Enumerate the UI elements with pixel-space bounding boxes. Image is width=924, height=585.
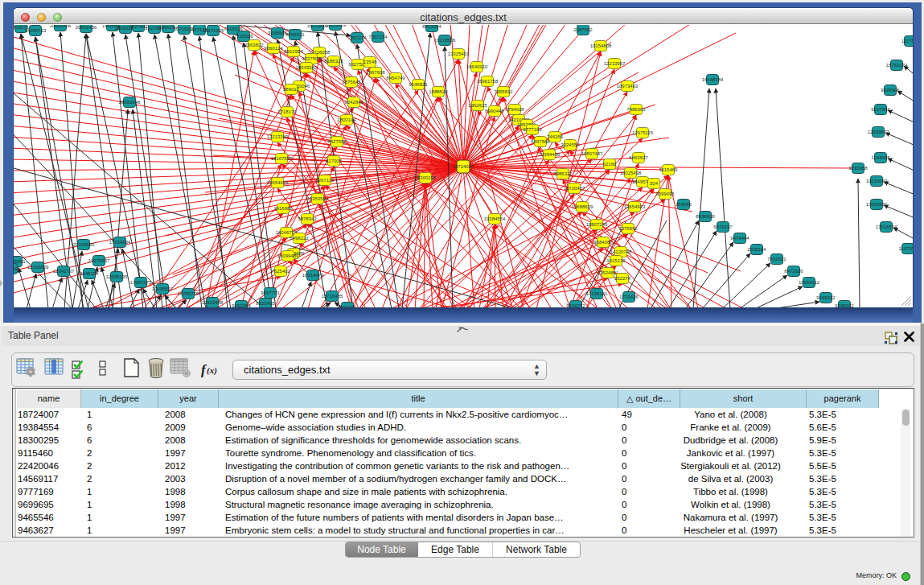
svg-text:3215958: 3215958 <box>848 166 868 171</box>
svg-text:17359934: 17359934 <box>109 240 131 245</box>
svg-text:6463627: 6463627 <box>629 155 648 160</box>
svg-text:18807249: 18807249 <box>586 222 608 227</box>
svg-text:2087682: 2087682 <box>573 27 593 32</box>
svg-text:14136141: 14136141 <box>586 291 608 296</box>
svg-text:9245012: 9245012 <box>816 295 836 300</box>
svg-text:17016504: 17016504 <box>876 225 897 229</box>
svg-text:15751074: 15751074 <box>886 63 908 68</box>
svg-text:8990448: 8990448 <box>485 109 504 113</box>
svg-text:1362625: 1362625 <box>468 103 487 108</box>
svg-text:2718170: 2718170 <box>277 109 297 114</box>
svg-text:12093872: 12093872 <box>868 130 889 134</box>
svg-text:7515526: 7515526 <box>234 34 253 39</box>
svg-text:16782759: 16782759 <box>178 291 199 296</box>
svg-text:11353594: 11353594 <box>307 196 329 201</box>
svg-text:62166: 62166 <box>603 162 617 167</box>
svg-text:12505135: 12505135 <box>106 274 128 279</box>
svg-text:9134772: 9134772 <box>566 303 585 307</box>
svg-text:164095: 164095 <box>676 202 692 207</box>
svg-text:16914479: 16914479 <box>302 273 324 278</box>
svg-text:12213967: 12213967 <box>604 61 626 66</box>
svg-text:1916682: 1916682 <box>273 206 293 211</box>
svg-text:20691406: 20691406 <box>50 25 72 28</box>
svg-text:19975857: 19975857 <box>88 258 110 263</box>
svg-text:19384554: 19384554 <box>484 216 506 221</box>
svg-text:8454749: 8454749 <box>386 76 405 80</box>
svg-text:9327509: 9327509 <box>302 56 321 61</box>
svg-text:14055713: 14055713 <box>25 28 47 33</box>
svg-text:7663822: 7663822 <box>244 43 264 47</box>
svg-text:18724007: 18724007 <box>453 164 474 169</box>
svg-text:1588520: 1588520 <box>429 89 448 94</box>
svg-text:18300295: 18300295 <box>415 175 437 180</box>
svg-text:12156829: 12156829 <box>27 265 49 270</box>
svg-text:252274: 252274 <box>614 276 631 281</box>
svg-text:7357274: 7357274 <box>347 35 367 40</box>
svg-text:16961758: 16961758 <box>477 79 499 84</box>
svg-text:10807487: 10807487 <box>581 151 603 156</box>
svg-text:10688609: 10688609 <box>572 204 593 209</box>
svg-text:1733426: 1733426 <box>619 295 639 299</box>
svg-text:10154808: 10154808 <box>590 43 612 48</box>
svg-text:8123405: 8123405 <box>256 301 275 306</box>
svg-text:6879197: 6879197 <box>713 225 733 229</box>
svg-text:17692971: 17692971 <box>866 202 888 207</box>
svg-text:7986322: 7986322 <box>553 171 573 176</box>
svg-text:3267130: 3267130 <box>315 178 335 183</box>
svg-text:9152384: 9152384 <box>232 303 251 307</box>
svg-text:5498222: 5498222 <box>290 236 309 241</box>
svg-text:1117533: 1117533 <box>901 39 913 43</box>
svg-text:10654112: 10654112 <box>799 280 820 285</box>
svg-text:7625402: 7625402 <box>271 269 290 274</box>
svg-text:7955812: 7955812 <box>494 89 513 94</box>
svg-text:9115460: 9115460 <box>659 167 679 172</box>
svg-text:8186323: 8186323 <box>324 59 343 64</box>
svg-text:9660124: 9660124 <box>264 46 283 51</box>
svg-text:14120748: 14120748 <box>610 249 632 254</box>
svg-text:16543382: 16543382 <box>296 65 318 70</box>
svg-text:5878342: 5878342 <box>298 216 317 221</box>
svg-text:8912001: 8912001 <box>338 305 357 307</box>
svg-text:9457771: 9457771 <box>261 290 280 295</box>
svg-text:9158966: 9158966 <box>268 31 287 35</box>
svg-text:16640910: 16640910 <box>466 64 488 69</box>
svg-text:7485063: 7485063 <box>626 107 646 112</box>
svg-text:16107553: 16107553 <box>271 156 293 161</box>
svg-text:9146821: 9146821 <box>409 82 428 87</box>
svg-text:3875645: 3875645 <box>342 80 361 84</box>
svg-text:8938928: 8938928 <box>696 214 715 219</box>
svg-text:20364436: 20364436 <box>539 152 561 157</box>
svg-text:9777169: 9777169 <box>523 127 542 132</box>
svg-text:16099489: 16099489 <box>277 253 299 258</box>
svg-text:3911501: 3911501 <box>14 266 21 271</box>
svg-text:13546: 13546 <box>363 60 377 64</box>
svg-text:8813054: 8813054 <box>422 25 441 29</box>
svg-text:2967608: 2967608 <box>366 70 385 75</box>
svg-text:20053346: 20053346 <box>119 100 141 105</box>
svg-text:8765321: 8765321 <box>285 32 305 37</box>
svg-text:1244415: 1244415 <box>871 155 890 160</box>
svg-text:16033809: 16033809 <box>325 25 347 27</box>
svg-text:6497568: 6497568 <box>531 139 550 144</box>
svg-text:6794028: 6794028 <box>505 107 524 112</box>
svg-text:20691406: 20691406 <box>76 25 97 30</box>
svg-text:7075692: 7075692 <box>618 226 638 231</box>
svg-text:16648784: 16648784 <box>702 77 724 82</box>
svg-text:20206555: 20206555 <box>73 242 95 247</box>
svg-text:2935114: 2935114 <box>748 247 767 252</box>
svg-text:9245012: 9245012 <box>835 303 854 307</box>
svg-text:19654933: 19654933 <box>267 180 289 185</box>
svg-text:8427552: 8427552 <box>327 139 347 144</box>
svg-text:13325419: 13325419 <box>448 51 470 56</box>
svg-text:10210643: 10210643 <box>866 179 888 183</box>
svg-text:9242848: 9242848 <box>344 100 363 105</box>
svg-text:17957275: 17957275 <box>130 280 152 285</box>
svg-text:1145194: 1145194 <box>80 271 100 276</box>
svg-text:13524851: 13524851 <box>598 270 619 275</box>
svg-text:989012: 989012 <box>283 87 300 92</box>
svg-text:10025438: 10025438 <box>620 171 642 175</box>
svg-text:9099695: 9099695 <box>655 192 675 196</box>
svg-text:(x): (x) <box>207 365 217 376</box>
svg-text:12342737: 12342737 <box>53 269 75 274</box>
svg-text:15716485: 15716485 <box>322 294 343 299</box>
